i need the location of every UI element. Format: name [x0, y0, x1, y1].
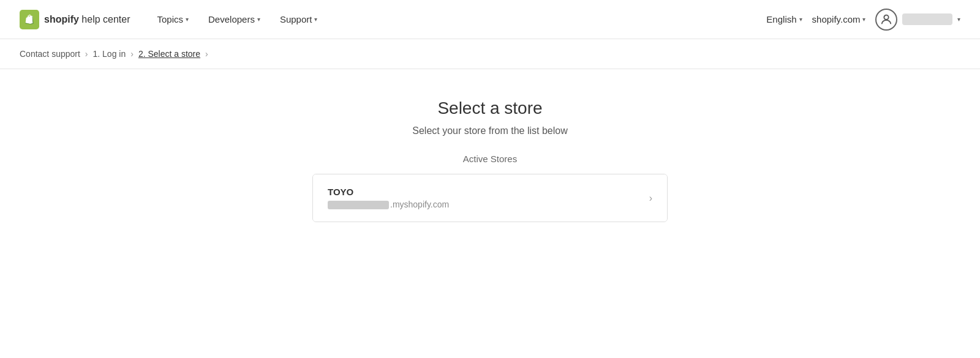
chevron-down-icon: ▾: [862, 16, 865, 23]
chevron-down-icon: ▾: [957, 16, 960, 23]
breadcrumb-separator: ›: [205, 49, 208, 59]
chevron-down-icon: ▾: [186, 16, 189, 23]
store-name: TOYO: [328, 187, 449, 197]
header-right: English ▾ shopify.com ▾ •••••••••• ▾: [766, 9, 960, 31]
user-name-label: ••••••••••: [902, 13, 952, 25]
main-content: Select a store Select your store from th…: [0, 69, 980, 252]
breadcrumb-login[interactable]: 1. Log in: [93, 49, 126, 59]
store-chevron-right-icon: ›: [649, 193, 652, 204]
chevron-down-icon: ▾: [799, 16, 802, 23]
breadcrumb-select-store[interactable]: 2. Select a store: [138, 49, 200, 59]
shopify-logo-icon: [20, 10, 39, 29]
header-left: shopify help center Topics ▾ Developers …: [20, 9, 325, 29]
logo[interactable]: shopify help center: [20, 10, 130, 29]
breadcrumb: Contact support › 1. Log in › 2. Select …: [0, 39, 980, 69]
chevron-down-icon: ▾: [257, 16, 260, 23]
nav-developers[interactable]: Developers ▾: [201, 9, 268, 29]
store-info: TOYO .myshopify.com: [328, 187, 449, 209]
user-avatar-icon: [875, 9, 897, 31]
header: shopify help center Topics ▾ Developers …: [0, 0, 980, 39]
store-url-blur: [328, 201, 389, 209]
logo-text: shopify help center: [44, 14, 130, 25]
main-nav: Topics ▾ Developers ▾ Support ▾: [150, 9, 325, 29]
language-selector[interactable]: English ▾: [766, 14, 802, 24]
active-stores-label: Active Stores: [463, 154, 517, 164]
store-url: .myshopify.com: [328, 200, 449, 209]
page-subtitle: Select your store from the list below: [412, 125, 567, 136]
domain-selector[interactable]: shopify.com ▾: [812, 14, 866, 24]
nav-topics[interactable]: Topics ▾: [150, 9, 197, 29]
store-list: TOYO .myshopify.com ›: [312, 174, 668, 222]
chevron-down-icon: ▾: [314, 16, 317, 23]
svg-point-1: [884, 15, 889, 19]
store-item[interactable]: TOYO .myshopify.com ›: [313, 174, 667, 222]
page-title: Select a store: [437, 99, 542, 118]
user-menu[interactable]: •••••••••• ▾: [875, 9, 960, 31]
breadcrumb-contact-support[interactable]: Contact support: [20, 49, 80, 59]
nav-support[interactable]: Support ▾: [273, 9, 325, 29]
breadcrumb-separator: ›: [130, 49, 134, 59]
breadcrumb-separator: ›: [85, 49, 88, 59]
